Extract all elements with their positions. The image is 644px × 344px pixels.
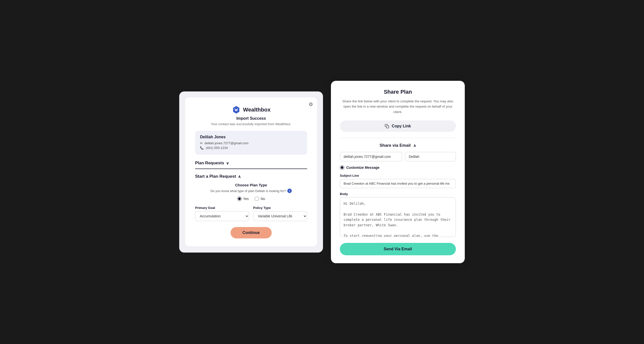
subject-input[interactable] (340, 179, 456, 188)
customize-message-row: Customize Message (340, 165, 456, 170)
plan-requests-header[interactable]: Plan Requests ∨ (195, 160, 307, 166)
body-label: Body (340, 192, 456, 196)
start-plan-header[interactable]: Start a Plan Request ∧ (195, 174, 307, 179)
copy-icon (385, 124, 389, 128)
share-via-email-label: Share via Email (380, 143, 411, 148)
radio-no-text: No (260, 197, 265, 201)
logo-text: Wealthbox (243, 106, 271, 113)
share-via-email-header: Share via Email ∧ (340, 143, 456, 148)
contact-email: delilah.jones.7277@gmail.com (204, 141, 248, 145)
plan-requests-chevron: ∨ (226, 161, 229, 166)
customize-radio-input[interactable] (340, 165, 344, 170)
contact-email-row: ✉ delilah.jones.7277@gmail.com (200, 141, 302, 145)
start-plan-label: Start a Plan Request (195, 174, 236, 179)
selects-row: Primary Goal Accumulation Protection Inc… (195, 206, 307, 221)
email-input[interactable] (340, 152, 402, 161)
share-plan-title: Share Plan (340, 89, 456, 95)
contact-phone-row: 📞 (401) 555-1234 (200, 146, 302, 150)
plan-requests-label: Plan Requests (195, 160, 224, 166)
radio-yes-text: Yes (243, 197, 249, 201)
start-plan-chevron: ∧ (238, 174, 241, 179)
gear-button[interactable]: ⚙ (308, 101, 313, 107)
copy-link-button[interactable]: Copy Link (340, 120, 456, 132)
radio-no-input[interactable] (254, 196, 259, 201)
choose-plan-title: Choose Plan Type (195, 183, 307, 187)
email-name-row (340, 152, 456, 161)
policy-type-group: Policy Type Variable Universal Life Whol… (253, 206, 307, 221)
radio-yes-label[interactable]: Yes (237, 196, 249, 201)
right-divider (340, 138, 456, 138)
policy-type-label: Policy Type (253, 206, 307, 210)
right-panel: Share Plan Share the link below with you… (331, 81, 465, 264)
body-textarea[interactable]: Hi Delilah, Brad Creedon at ABC Financia… (340, 197, 456, 237)
share-plan-description: Share the link below with your client to… (340, 99, 456, 115)
radio-yes-input[interactable] (237, 196, 242, 201)
primary-goal-select[interactable]: Accumulation Protection Income (195, 211, 249, 221)
email-icon: ✉ (200, 142, 202, 145)
policy-type-select[interactable]: Variable Universal Life Whole Life Term … (253, 211, 307, 221)
primary-goal-label: Primary Goal (195, 206, 249, 210)
svg-rect-0 (386, 126, 389, 128)
import-subtitle: Your contact was successfully imported f… (195, 122, 307, 126)
share-email-chevron: ∧ (413, 143, 416, 148)
contact-phone: (401) 555-1234 (206, 146, 228, 150)
left-panel: ⚙ Wealthbox Import Success Your contact … (179, 92, 323, 252)
contact-name: Delilah Jones (200, 135, 302, 139)
section-divider (195, 168, 307, 169)
wealthbox-logo-icon (232, 105, 241, 114)
phone-icon: 📞 (200, 146, 204, 150)
copy-link-label: Copy Link (392, 124, 411, 128)
import-title: Import Success (195, 116, 307, 121)
primary-goal-group: Primary Goal Accumulation Protection Inc… (195, 206, 249, 221)
send-via-email-button[interactable]: Send Via Email (340, 243, 456, 255)
inner-card: ⚙ Wealthbox Import Success Your contact … (185, 98, 317, 246)
continue-button[interactable]: Continue (230, 227, 272, 238)
logo-area: Wealthbox (195, 105, 307, 114)
yes-no-radio-group: Yes No (195, 196, 307, 201)
radio-no-label[interactable]: No (254, 196, 265, 201)
customize-label: Customize Message (346, 166, 380, 170)
subject-label: Subject Line (340, 174, 456, 178)
contact-card: Delilah Jones ✉ delilah.jones.7277@gmail… (195, 131, 307, 155)
name-input[interactable] (405, 152, 456, 161)
info-icon[interactable]: i (287, 188, 292, 193)
choose-plan-subtitle: Do you know what type of plan Delilah is… (195, 188, 307, 193)
